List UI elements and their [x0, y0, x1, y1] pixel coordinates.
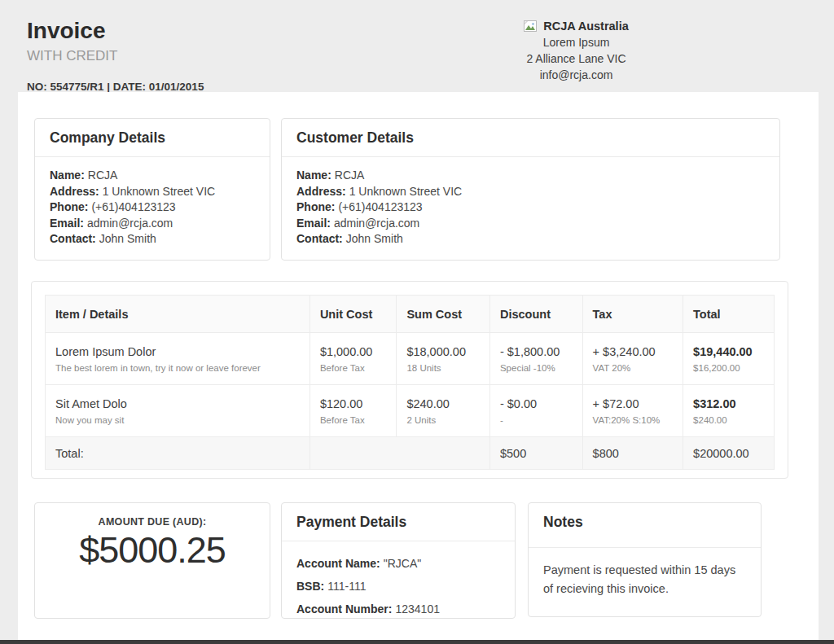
sum-cost-value: $18,000.00	[406, 345, 480, 358]
unit-cost-note: Before Tax	[320, 415, 387, 425]
unit-cost-cell: $1,000.00 Before Tax	[309, 333, 397, 385]
items-table: Item / Details Unit Cost Sum Cost Discou…	[45, 295, 775, 470]
discount-value: - $1,800.00	[500, 345, 573, 358]
column-header-item: Item / Details	[46, 296, 310, 333]
discount-note: Special -10%	[500, 363, 573, 373]
amount-due-card: AMOUNT DUE (AUD): $5000.25	[34, 502, 270, 619]
customer-details-heading: Customer Details	[282, 119, 779, 157]
field-label: Account Name:	[296, 557, 380, 570]
payment-details-body: Account Name:"RJCA" BSB:111-111 Account …	[282, 541, 515, 631]
field-value: 1 Unknown Street VIC	[103, 185, 216, 198]
invoice-panel: Company Details Name:RCJA Address:1 Unkn…	[18, 92, 819, 640]
field-value: (+61)404123123	[91, 200, 175, 213]
customer-details-body: Name:RCJA Address:1 Unknown Street VIC P…	[282, 157, 779, 258]
field-label: Name:	[296, 169, 331, 182]
column-header-sum-cost: Sum Cost	[397, 296, 490, 333]
field-value: admin@rcja.com	[334, 217, 419, 230]
brand-first-line: RCJA Australia	[481, 18, 672, 34]
company-contact-row: Contact:John Smith	[50, 231, 255, 248]
payment-details-heading: Payment Details	[282, 503, 515, 541]
totals-row: Total: $500 $800 $20000.00	[46, 437, 775, 470]
company-name-row: Name:RCJA	[50, 168, 255, 184]
field-label: Email:	[50, 217, 84, 230]
totals-discount-cell: $500	[489, 437, 582, 470]
totals-total-cell: $20000.00	[683, 437, 775, 470]
field-value: 111-111	[327, 580, 366, 593]
account-number-row: Account Number:1234101	[296, 598, 500, 620]
account-name-row: Account Name:"RJCA"	[296, 552, 500, 575]
customer-phone-row: Phone:(+61)404123123	[296, 199, 765, 216]
item-cell: Lorem Ipsum Dolor The best lorem in town…	[46, 333, 310, 385]
company-phone-row: Phone:(+61)404123123	[50, 199, 255, 216]
item-description: The best lorem in town, try it now or le…	[55, 363, 300, 373]
invoice-number-date: NO: 554775/R1 | DATE: 01/01/2015	[27, 81, 204, 93]
tax-cell: + $3,240.00 VAT 20%	[582, 333, 683, 385]
item-row: Lorem Ipsum Dolor The best lorem in town…	[46, 333, 775, 385]
field-value: (+61)404123123	[338, 200, 422, 213]
item-row: Sit Amet Dolo Now you may sit $120.00 Be…	[46, 385, 775, 437]
field-value: 1 Unknown Street VIC	[349, 185, 463, 198]
tax-note: VAT:20% S:10%	[593, 415, 674, 425]
column-header-tax: Tax	[582, 296, 683, 333]
brand-email: info@rcja.com	[481, 67, 672, 83]
totals-empty-cell	[309, 437, 489, 470]
customer-contact-row: Contact:John Smith	[296, 231, 765, 248]
sum-cost-note: 18 Units	[406, 363, 480, 373]
field-value: 1234101	[395, 602, 440, 616]
amount-due-label: AMOUNT DUE (AUD):	[35, 516, 270, 528]
field-label: Contact:	[296, 232, 343, 245]
page-title: Invoice	[27, 18, 105, 44]
field-value: "RJCA"	[384, 557, 422, 570]
unit-cost-value: $120.00	[320, 397, 387, 410]
field-label: BSB:	[296, 580, 324, 593]
customer-details-card: Customer Details Name:RCJA Address:1 Unk…	[281, 118, 780, 261]
sum-cost-cell: $240.00 2 Units	[397, 385, 490, 437]
notes-heading: Notes	[529, 503, 761, 548]
broken-image-icon	[524, 20, 538, 33]
field-value: John Smith	[346, 232, 403, 245]
notes-text: Payment is requested within 15 days of r…	[529, 548, 761, 609]
tax-note: VAT 20%	[593, 363, 674, 373]
item-name: Lorem Ipsum Dolor	[55, 345, 300, 358]
amount-due-value: $5000.25	[35, 529, 270, 572]
field-value: John Smith	[99, 232, 156, 245]
discount-note: -	[500, 415, 573, 425]
field-label: Phone:	[296, 200, 335, 213]
tax-value: + $72.00	[593, 397, 674, 410]
company-email-row: Email:admin@rcja.com	[50, 216, 255, 232]
brand-line: Lorem Ipsum	[481, 34, 672, 50]
sum-cost-note: 2 Units	[406, 415, 480, 425]
field-label: Address:	[296, 185, 346, 198]
total-before-tax: $240.00	[693, 415, 764, 425]
tax-value: + $3,240.00	[593, 345, 674, 358]
page-subtitle: WITH CREDIT	[27, 48, 117, 64]
company-details-card: Company Details Name:RCJA Address:1 Unkn…	[34, 118, 270, 261]
field-value: RCJA	[335, 169, 365, 182]
unit-cost-cell: $120.00 Before Tax	[309, 385, 397, 437]
total-cell: $312.00 $240.00	[683, 385, 775, 437]
brand-name: RCJA Australia	[543, 18, 628, 34]
sum-cost-value: $240.00	[406, 397, 480, 410]
column-header-unit-cost: Unit Cost	[309, 296, 397, 333]
unit-cost-value: $1,000.00	[320, 345, 387, 358]
unit-cost-note: Before Tax	[320, 363, 387, 373]
totals-tax-cell: $800	[582, 437, 683, 470]
payment-details-card: Payment Details Account Name:"RJCA" BSB:…	[281, 502, 516, 619]
field-label: Account Number:	[296, 602, 392, 616]
total-value: $312.00	[693, 397, 764, 410]
discount-cell: - $0.00 -	[489, 385, 582, 437]
bsb-row: BSB:111-111	[296, 575, 500, 598]
item-description: Now you may sit	[55, 415, 300, 425]
company-details-body: Name:RCJA Address:1 Unknown Street VIC P…	[35, 157, 270, 258]
customer-name-row: Name:RCJA	[296, 168, 765, 184]
field-label: Phone:	[50, 200, 88, 213]
total-cell: $19,440.00 $16,200.00	[683, 333, 775, 385]
field-value: admin@rcja.com	[87, 217, 173, 230]
company-details-heading: Company Details	[35, 119, 270, 157]
field-value: RCJA	[88, 169, 118, 182]
column-header-total: Total	[683, 296, 775, 333]
footer-bar	[0, 640, 834, 644]
field-label: Contact:	[50, 232, 96, 245]
brand-address: 2 Alliance Lane VIC	[481, 50, 672, 67]
item-name: Sit Amet Dolo	[55, 397, 300, 410]
